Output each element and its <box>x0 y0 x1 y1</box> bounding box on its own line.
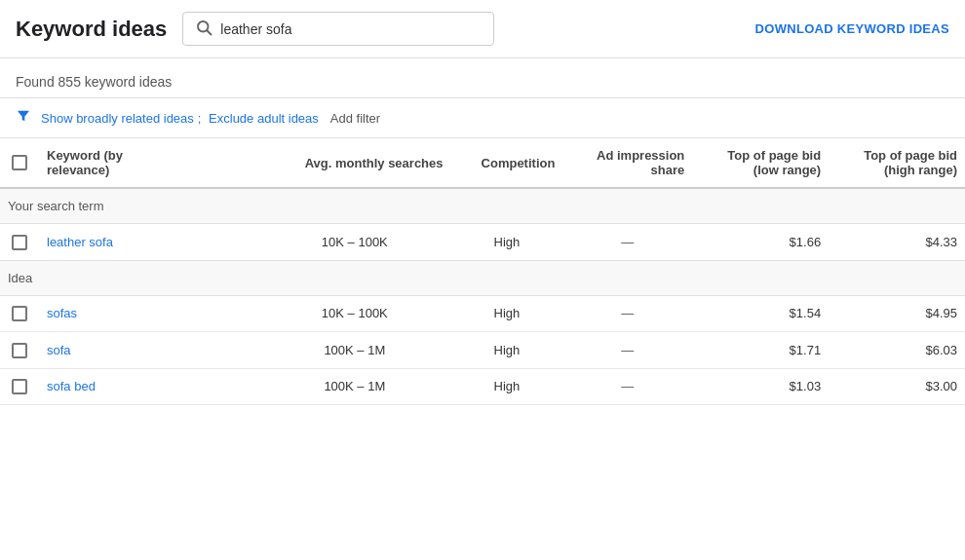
row-competition: High <box>451 332 563 369</box>
exclude-adult-filter[interactable]: Exclude adult ideas <box>209 111 319 126</box>
header: Keyword ideas DOWNLOAD KEYWORD IDEAS <box>0 0 965 58</box>
row-top-bid-high: $4.95 <box>829 295 965 332</box>
row-checkbox-cell <box>0 295 39 332</box>
row-avg-monthly: 100K – 1M <box>258 332 450 369</box>
section-header-row: Idea <box>0 260 965 295</box>
row-top-bid-high: $4.33 <box>829 224 965 261</box>
header-competition: Competition <box>451 138 563 188</box>
row-ad-impression: — <box>562 295 692 332</box>
row-checkbox-cell <box>0 332 39 369</box>
keyword-table: Keyword (byrelevance) Avg. monthly searc… <box>0 138 965 405</box>
row-checkbox[interactable] <box>12 343 27 358</box>
header-keyword: Keyword (byrelevance) <box>39 138 258 188</box>
row-top-bid-low: $1.71 <box>692 332 829 369</box>
table-header-row: Keyword (byrelevance) Avg. monthly searc… <box>0 138 965 188</box>
row-avg-monthly: 10K – 100K <box>258 295 450 332</box>
header-ad-impression: Ad impressionshare <box>562 138 692 188</box>
found-count: Found 855 keyword ideas <box>16 74 172 90</box>
row-checkbox-cell <box>0 224 39 261</box>
add-filter-button[interactable]: Add filter <box>330 111 380 126</box>
broadly-related-filter[interactable]: Show broadly related ideas <box>41 111 194 126</box>
page-title: Keyword ideas <box>16 17 167 42</box>
select-all-checkbox[interactable] <box>12 155 27 170</box>
table-row: sofas10K – 100KHigh—$1.54$4.95 <box>0 295 965 332</box>
svg-point-0 <box>198 21 209 32</box>
row-competition: High <box>451 295 563 332</box>
header-top-bid-low: Top of page bid(low range) <box>692 138 829 188</box>
row-checkbox[interactable] <box>12 379 27 394</box>
table-row: sofa100K – 1MHigh—$1.71$6.03 <box>0 332 965 369</box>
found-bar: Found 855 keyword ideas <box>0 58 965 98</box>
row-top-bid-low: $1.03 <box>692 368 829 405</box>
filter-bar: Show broadly related ideas; Exclude adul… <box>0 98 965 138</box>
filter-icon <box>16 108 31 128</box>
row-keyword[interactable]: leather sofa <box>39 224 258 261</box>
table-row: sofa bed100K – 1MHigh—$1.03$3.00 <box>0 368 965 405</box>
search-box <box>182 12 494 46</box>
search-input[interactable] <box>220 21 482 37</box>
row-ad-impression: — <box>562 368 692 405</box>
row-keyword[interactable]: sofa <box>39 332 258 369</box>
section-header-row: Your search term <box>0 188 965 224</box>
row-competition: High <box>451 224 563 261</box>
header-top-bid-high: Top of page bid(high range) <box>829 138 965 188</box>
row-checkbox[interactable] <box>12 235 27 250</box>
search-icon <box>195 19 212 39</box>
header-avg-monthly: Avg. monthly searches <box>258 138 450 188</box>
row-top-bid-low: $1.54 <box>692 295 829 332</box>
row-competition: High <box>451 368 563 405</box>
svg-line-1 <box>208 31 212 35</box>
row-top-bid-high: $6.03 <box>829 332 965 369</box>
row-top-bid-high: $3.00 <box>829 368 965 405</box>
row-top-bid-low: $1.66 <box>692 224 829 261</box>
table-row: leather sofa10K – 100KHigh—$1.66$4.33 <box>0 224 965 261</box>
row-checkbox[interactable] <box>12 306 27 321</box>
row-avg-monthly: 100K – 1M <box>258 368 450 405</box>
row-checkbox-cell <box>0 368 39 405</box>
row-ad-impression: — <box>562 332 692 369</box>
header-checkbox-cell <box>0 138 39 188</box>
download-button[interactable]: DOWNLOAD KEYWORD IDEAS <box>755 21 949 36</box>
filter-separator: ; <box>198 111 202 126</box>
row-keyword[interactable]: sofas <box>39 295 258 332</box>
row-avg-monthly: 10K – 100K <box>258 224 450 261</box>
row-ad-impression: — <box>562 224 692 261</box>
row-keyword[interactable]: sofa bed <box>39 368 258 405</box>
